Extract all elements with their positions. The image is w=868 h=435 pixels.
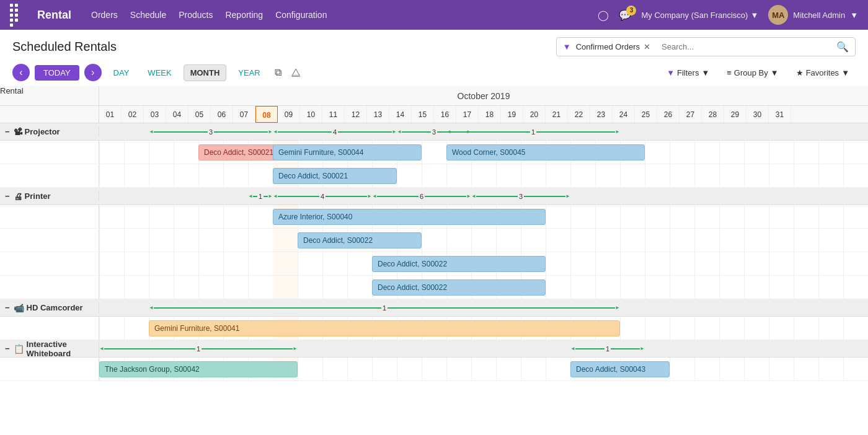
gantt-bar[interactable]: Gemini Furniture, S00044 [273, 144, 422, 160]
collapse-icon[interactable]: ⧋ [289, 64, 303, 81]
today-highlight [273, 229, 298, 252]
group-header-interactive-whiteboard[interactable]: −📋Interactive Whiteboard◄1►◄1► [0, 340, 868, 358]
day-grid-line [744, 229, 745, 252]
group-timeline: ◄1► [99, 299, 868, 317]
gantt-bar[interactable]: Deco Addict, S00022 [372, 279, 546, 296]
day-grid-line [124, 164, 125, 187]
day-grid-line [794, 205, 794, 228]
day-grid-line [818, 164, 819, 187]
day-grid-line [794, 229, 794, 252]
day-grid-line [298, 358, 298, 380]
day-grid-line [843, 229, 844, 252]
day-grid-line [223, 252, 224, 275]
expand-icon[interactable]: ⧉ [272, 64, 284, 81]
filter-funnel-icon: ▼ [563, 42, 571, 51]
day-grid-line [546, 229, 546, 252]
day-grid-line [496, 164, 497, 187]
day-grid-line [670, 317, 670, 340]
count-segment: ◄1► [446, 128, 620, 136]
next-button[interactable]: › [84, 64, 102, 81]
view-day-button[interactable]: DAY [107, 64, 136, 81]
count-segment: ◄6► [372, 193, 471, 200]
gantt-bar[interactable]: Gemini Furniture, S00041 [149, 320, 620, 336]
data-row: Deco Addict, S00021Gemini Furniture, S00… [0, 141, 868, 164]
resource-cell [0, 229, 99, 252]
nav-orders[interactable]: Orders [91, 10, 118, 20]
day-grid-line [595, 276, 596, 299]
collapse-group-icon[interactable]: − [5, 127, 10, 136]
today-highlight [273, 276, 298, 299]
resource-cell [0, 141, 99, 164]
resource-cell [0, 252, 99, 275]
gantt-bar[interactable]: Wood Corner, S00045 [446, 144, 645, 160]
collapse-group-icon[interactable]: − [5, 344, 10, 353]
prev-button[interactable]: ‹ [12, 64, 30, 81]
day-grid-line [174, 164, 174, 187]
view-week-button[interactable]: WEEK [141, 64, 178, 81]
group-label: −📋Interactive Whiteboard [0, 340, 99, 358]
group-timeline: ◄3►◄4►◄3►◄1► [99, 123, 868, 141]
day-grid-line [769, 317, 769, 340]
group-name: Projector [25, 127, 60, 136]
day-header-26: 26 [657, 106, 680, 123]
view-year-button[interactable]: YEAR [231, 64, 267, 81]
filter-tag-close[interactable]: ✕ [644, 42, 650, 51]
day-grid-line [719, 141, 720, 164]
gantt-bar[interactable]: Deco Addict, S00043 [570, 361, 670, 377]
chat-icon[interactable]: 💬 3 [619, 9, 631, 21]
today-button[interactable]: TODAY [35, 65, 79, 81]
search-button[interactable]: 🔍 [830, 38, 855, 56]
data-row: Deco Addict, S00021 [0, 164, 868, 188]
day-header-02: 02 [122, 106, 144, 123]
app-grid-icon[interactable] [10, 4, 22, 27]
day-grid-line [174, 229, 174, 252]
nav-products[interactable]: Products [179, 10, 213, 20]
app-brand[interactable]: Rental [37, 9, 71, 22]
day-grid-line [794, 252, 794, 275]
day-grid-line [744, 141, 745, 164]
day-grid-line [818, 252, 819, 275]
day-grid-line [769, 164, 769, 187]
favorites-button[interactable]: ★ Favorites ▼ [790, 65, 856, 81]
gantt-bar[interactable]: Deco Addict, S00022 [298, 232, 422, 248]
day-grid-line [595, 252, 596, 275]
day-grid-line [496, 229, 497, 252]
resource-cell [0, 317, 99, 340]
day-grid-line [769, 229, 769, 252]
nav-schedule[interactable]: Schedule [130, 10, 166, 20]
day-grid-line [223, 229, 224, 252]
gantt-bar[interactable]: The Jackson Group, S00042 [99, 361, 298, 377]
group-header-hd-camcorder[interactable]: −📹HD Camcorder◄1► [0, 299, 868, 317]
group-header-projector[interactable]: −📽Projector◄3►◄4►◄3►◄1► [0, 123, 868, 141]
day-header-07: 07 [233, 106, 255, 123]
filters-button[interactable]: ▼ Filters ▼ [660, 65, 715, 81]
group-by-button[interactable]: ≡ Group By ▼ [720, 65, 784, 81]
day-grid-line [595, 229, 596, 252]
user-menu[interactable]: MA Mitchell Admin ▼ [768, 5, 858, 25]
gantt-bar[interactable]: Azure Interior, S00040 [273, 209, 546, 225]
day-grid-line [223, 205, 224, 228]
nav-reporting[interactable]: Reporting [225, 10, 263, 20]
day-grid-line [744, 164, 745, 187]
day-grid-line [843, 252, 844, 275]
day-grid-line [546, 205, 546, 228]
nav-configuration[interactable]: Configuration [275, 10, 327, 20]
company-selector[interactable]: My Company (San Francisco) ▼ [641, 11, 758, 20]
group-header-printer[interactable]: −🖨Printer◄1►◄4►◄6►◄3► [0, 188, 868, 205]
month-header-row: RentalOctober 2019 [0, 86, 868, 106]
gantt-bar[interactable]: Deco Addict, S00021 [273, 168, 397, 184]
rental-label: Rental [0, 86, 99, 105]
collapse-group-icon[interactable]: − [5, 303, 10, 312]
clock-icon[interactable]: ◯ [598, 9, 609, 21]
view-month-button[interactable]: MONTH [184, 64, 227, 81]
gantt-bar[interactable]: Deco Addict, S00022 [372, 256, 546, 272]
day-grid-line [521, 358, 521, 380]
search-input[interactable] [657, 39, 830, 55]
filters-chevron: ▼ [701, 68, 709, 77]
day-grid-line [198, 252, 199, 275]
day-grid-line [645, 252, 645, 275]
day-grid-line [794, 317, 794, 340]
collapse-group-icon[interactable]: − [5, 191, 10, 201]
day-grid-line [794, 141, 794, 164]
day-grid-line [694, 276, 695, 299]
